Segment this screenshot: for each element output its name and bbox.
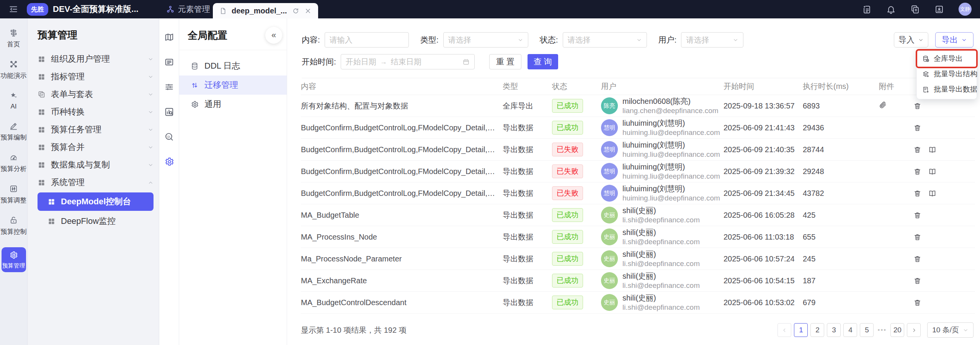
cell-start-time: 2025-06-09 21:34:45 — [724, 189, 803, 198]
collapse-menu-icon[interactable] — [8, 4, 18, 14]
export-button[interactable]: 导出 — [935, 32, 973, 48]
sidebar-item-currency[interactable]: 币种转换 — [38, 103, 154, 121]
inbox-download-icon[interactable] — [934, 5, 944, 14]
panel-item-migration[interactable]: 迁移管理 — [179, 76, 287, 95]
user-name: shili(史丽) — [622, 250, 700, 259]
panel-item-ddl-log[interactable]: DDL 日志 — [179, 56, 287, 76]
page-button-4[interactable]: 4 — [843, 323, 857, 337]
copy-docs-icon[interactable] — [910, 5, 920, 14]
date-range-picker[interactable]: 开始日期 → 结束日期 — [341, 54, 475, 69]
list-card-icon[interactable] — [164, 57, 174, 67]
cell-status: 已成功 — [552, 230, 601, 244]
user-filter-select[interactable]: 请选择 — [681, 32, 743, 48]
status-badge: 已成功 — [552, 208, 583, 222]
rail-item-ai[interactable]: AI — [9, 91, 18, 110]
sidebar-item-indicators[interactable]: 指标管理 — [38, 68, 154, 85]
cell-duration: 187 — [803, 276, 879, 285]
page-button-2[interactable]: 2 — [810, 323, 824, 337]
trash-icon[interactable] — [913, 299, 921, 307]
chevron-down-icon — [963, 327, 969, 333]
map-icon[interactable] — [164, 32, 174, 42]
trash-icon[interactable] — [913, 168, 921, 176]
status-badge: 已成功 — [552, 99, 583, 113]
search-button[interactable]: 查 询 — [528, 54, 558, 69]
calendar-icon — [462, 58, 470, 66]
next-page-button[interactable] — [907, 323, 921, 337]
trash-icon[interactable] — [913, 211, 921, 219]
trash-icon[interactable] — [913, 189, 921, 197]
trash-icon[interactable] — [913, 277, 921, 285]
page-button-5[interactable]: 5 — [860, 323, 874, 337]
config-panel-header: 全局配置 « — [179, 18, 287, 50]
page-button-1[interactable]: 1 — [794, 323, 808, 337]
doc-export-icon — [922, 86, 929, 93]
log-book-icon[interactable] — [928, 168, 936, 176]
dropdown-item-batch-export-data[interactable]: 批量导出数据 — [917, 82, 977, 97]
content-filter-input[interactable]: 请输入 — [325, 32, 409, 48]
cell-start-time: 2025-06-09 21:41:43 — [724, 123, 803, 132]
bell-icon[interactable] — [886, 5, 896, 14]
pages-ellipsis: ••• — [876, 326, 888, 334]
import-button[interactable]: 导入 — [894, 32, 928, 48]
dropdown-item-batch-export-structure[interactable]: 批量导出结构 — [917, 66, 977, 82]
rail-item-budget-editing[interactable]: 预算编制 — [1, 122, 27, 142]
reset-button[interactable]: 重 置 — [489, 54, 521, 69]
rail-item-budget-analysis[interactable]: 预算分析 — [1, 153, 27, 173]
rail-item-home[interactable]: 首页 — [7, 28, 20, 49]
user-cell: 史丽shili(史丽)li.shi@deepfinance.com — [601, 228, 718, 246]
log-book-icon[interactable] — [928, 189, 936, 197]
cell-user: 史丽shili(史丽)li.shi@deepfinance.com — [601, 228, 724, 246]
sliders-h-icon[interactable] — [164, 82, 174, 92]
ai-notes-icon[interactable] — [862, 5, 872, 14]
ql-search-icon[interactable]: QL — [164, 132, 174, 142]
chevron-down-icon — [148, 162, 154, 168]
rail-item-budget-adjust[interactable]: 预算调整 — [1, 184, 27, 205]
prev-page-button[interactable] — [777, 323, 791, 337]
sidebar-item-system[interactable]: 系统管理 — [38, 174, 154, 191]
rail-item-budget-manage[interactable]: 预算管理 — [2, 247, 26, 272]
chart-search-icon[interactable] — [164, 107, 174, 117]
trash-icon[interactable] — [913, 146, 921, 154]
sidebar-item-org-users[interactable]: 组织及用户管理 — [38, 50, 154, 68]
sidebar-item-budget-merge[interactable]: 预算合并 — [38, 138, 154, 156]
dropdown-item-full-export[interactable]: 全库导出 — [917, 51, 977, 66]
trash-icon[interactable] — [913, 233, 921, 241]
close-icon[interactable] — [304, 7, 312, 15]
panel-item-general[interactable]: 通用 — [179, 95, 287, 114]
cell-operations — [913, 277, 975, 285]
tab-deep-model[interactable]: deep_model_... — [213, 3, 318, 18]
sidebar-item-deepmodel-console[interactable]: DeepModel控制台 — [38, 192, 154, 211]
user-avatar[interactable]: 文静 — [959, 3, 972, 16]
config-panel: 全局配置 « DDL 日志迁移管理通用 — [179, 18, 287, 345]
trash-icon[interactable] — [913, 124, 921, 132]
user-info: milochen0608(陈亮)liang.chen@deepfinance.c… — [622, 97, 719, 115]
collapse-panel-button[interactable]: « — [265, 27, 282, 44]
sidebar-item-budget-tasks[interactable]: 预算任务管理 — [38, 121, 154, 138]
user-filter-label: 用户: — [658, 34, 677, 45]
rail-item-feature-demo[interactable]: 功能演示 — [1, 60, 27, 80]
gear-icon[interactable] — [164, 157, 174, 167]
sidebar-item-data-integration[interactable]: 数据集成与复制 — [38, 156, 154, 174]
env-badge: 先胜 — [27, 3, 48, 16]
refresh-icon[interactable] — [292, 7, 299, 15]
user-cell: 陈亮milochen0608(陈亮)liang.chen@deepfinance… — [601, 97, 718, 115]
table-row: BudgetConfirm,BudgetControlLog,FModelCop… — [301, 117, 975, 139]
rail-item-budget-control[interactable]: 预算控制 — [1, 216, 27, 236]
page-size-select[interactable]: 10 条/页 — [927, 322, 973, 338]
rail-item-label: 预算管理 — [2, 262, 25, 269]
user-email: li.shi@deepfinance.com — [622, 281, 700, 290]
status-filter-select[interactable]: 请选择 — [563, 32, 647, 48]
page-button-20[interactable]: 20 — [890, 323, 904, 337]
paperclip-icon[interactable] — [879, 101, 887, 109]
cell-start-time: 2025-06-06 10:54:15 — [724, 276, 803, 285]
trash-icon[interactable] — [913, 255, 921, 263]
log-book-icon[interactable] — [928, 146, 936, 154]
app-title[interactable]: DEV-全面预算标准版... — [53, 3, 139, 15]
sidebar-item-deepflow-monitor[interactable]: DeepFlow监控 — [38, 212, 154, 230]
type-filter-select[interactable]: 请选择 — [443, 32, 528, 48]
trash-icon[interactable] — [913, 102, 921, 110]
page-button-3[interactable]: 3 — [827, 323, 841, 337]
nav-item-element-management[interactable]: 元素管理 — [166, 4, 210, 15]
sliders-icon — [9, 184, 18, 193]
sidebar-item-forms[interactable]: 表单与套表 — [38, 85, 154, 103]
